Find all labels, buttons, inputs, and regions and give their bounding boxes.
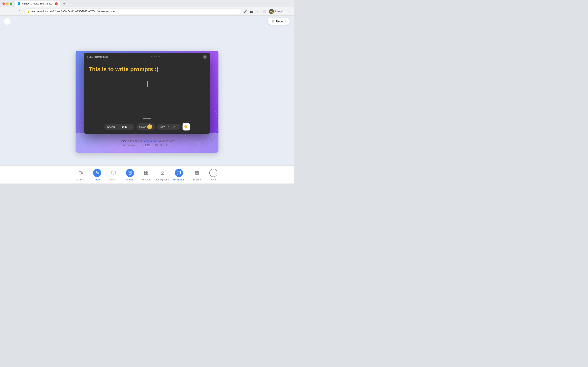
toolbar-item-themes[interactable]: Themes: [138, 168, 154, 182]
tab-close-button[interactable]: ×: [55, 2, 58, 5]
security-lock-icon: 🔒: [27, 10, 30, 13]
camera-icon: [77, 169, 85, 177]
background-label: Background: [156, 178, 169, 181]
screen-icon: [109, 169, 118, 177]
text-cursor: [147, 81, 148, 87]
toolbar-item-help[interactable]: ? Help: [205, 168, 222, 182]
drag-row-1: [151, 57, 155, 57]
color-toggle-button[interactable]: [147, 124, 152, 129]
modal-title: TELEPROMPTER: [87, 56, 108, 58]
help-label: Help: [211, 178, 216, 181]
back-navigation-button[interactable]: ‹: [2, 8, 8, 14]
menu-button[interactable]: ⋮: [287, 9, 292, 14]
upload-text-after: your file here: [158, 140, 174, 142]
settings-label: Settings: [192, 178, 201, 181]
upload-support-text: We support PPT, GSLIDES, PDF, KEYNOTE: [82, 144, 212, 147]
window-controls: [2, 2, 12, 5]
video-area: Select one above or drag & drop your fil…: [0, 20, 294, 184]
slides-label: Slides: [126, 178, 133, 181]
prompter-label: Prompter: [173, 178, 184, 181]
modal-close-button[interactable]: ✕: [203, 55, 207, 59]
toolbar-item-background[interactable]: Background: [154, 168, 171, 182]
new-tab-button[interactable]: +: [62, 1, 67, 6]
browser-toolbar: ‹ › ↻ 🔒 veed.io/workspaces/22ce6d2f-38c5…: [0, 7, 294, 16]
toolbar-item-prompter[interactable]: Prompter: [171, 168, 187, 182]
prompter-icon: [175, 169, 183, 177]
toolbar-item-settings[interactable]: Settings: [189, 168, 205, 182]
address-bar[interactable]: 🔒 veed.io/workspaces/22ce6d2f-38c5-4df1-…: [25, 8, 241, 14]
modal-content[interactable]: This is to write prompts :): [84, 61, 210, 118]
speed-decrease-button[interactable]: -: [119, 125, 121, 128]
extensions-button[interactable]: ⬜: [262, 9, 267, 14]
toolbar-item-audio[interactable]: Audio: [89, 168, 105, 182]
forward-navigation-button[interactable]: ›: [10, 8, 16, 14]
size-increase-button[interactable]: A+: [173, 125, 177, 128]
teleprompter-modal: TELEPROMPTER ✕: [84, 53, 210, 134]
record-dot-icon: [272, 20, 274, 23]
help-icon: ?: [209, 169, 217, 177]
theme-toggle-button[interactable]: ☀️: [182, 123, 190, 131]
size-control[interactable]: Size A- A+: [157, 124, 181, 130]
svg-rect-18: [146, 171, 148, 172]
window-close-button[interactable]: [2, 2, 5, 5]
color-control[interactable]: Color: [136, 123, 155, 131]
page-back-button[interactable]: ‹: [4, 18, 11, 25]
svg-rect-17: [144, 171, 146, 172]
main-content: ‹ Record: [0, 16, 294, 184]
settings-icon: [193, 169, 201, 177]
tab-title: VEED - Create, Edit & Sha...: [22, 2, 53, 5]
svg-point-22: [162, 172, 162, 173]
slides-icon: [126, 169, 134, 177]
microphone-button[interactable]: 🎤: [243, 9, 248, 14]
window-minimize-button[interactable]: [6, 2, 9, 5]
size-decrease-button[interactable]: A-: [167, 125, 171, 128]
speed-value: 2.0x: [122, 125, 127, 128]
toolbar-item-camera[interactable]: Camera: [73, 168, 89, 182]
modal-footer: Speed - - 2.0x + Color Size A-: [84, 121, 210, 134]
browser-chrome: V VEED - Create, Edit & Sha... × + ‹ › ↻…: [0, 0, 294, 16]
speed-control[interactable]: Speed - - 2.0x +: [104, 124, 134, 130]
url-text: veed.io/workspaces/22ce6d2f-38c5-4df1-a8…: [31, 10, 115, 13]
camera-off-button[interactable]: 📷: [249, 9, 254, 14]
svg-rect-9: [112, 171, 115, 174]
window-maximize-button[interactable]: [10, 2, 12, 5]
record-button[interactable]: Record: [268, 18, 290, 25]
reload-button[interactable]: ↻: [17, 8, 23, 14]
top-bar: ‹ Record: [0, 16, 294, 27]
prompt-text: This is to write prompts :): [89, 65, 205, 73]
upload-area[interactable]: Select one above or drag & drop your fil…: [76, 133, 218, 153]
drag-drop-link[interactable]: drag & drop: [144, 140, 158, 142]
svg-rect-20: [146, 173, 148, 174]
themes-label: Themes: [142, 178, 150, 181]
svg-rect-19: [144, 173, 146, 174]
svg-rect-6: [79, 171, 81, 174]
browser-toolbar-actions: 🎤 📷 ☆ ⬜ 🕵 Incognito ⋮: [243, 9, 292, 14]
tab-favicon: V: [17, 2, 20, 5]
record-label: Record: [276, 20, 286, 23]
toolbar-item-screen[interactable]: Screen: [105, 168, 122, 182]
back-arrow-icon: ‹: [7, 20, 8, 23]
background-icon: [158, 169, 167, 177]
color-label: Color: [139, 125, 146, 128]
toolbar-divider: [188, 169, 188, 181]
audio-icon: [93, 169, 101, 177]
incognito-profile-button[interactable]: 🕵 Incognito: [269, 9, 285, 14]
toolbar-item-slides[interactable]: Slides: [122, 168, 138, 182]
modal-drag-handle[interactable]: [151, 57, 160, 57]
upload-text-before: Select one above or: [120, 140, 144, 142]
incognito-label: Incognito: [275, 10, 285, 13]
screen-label: Screen: [109, 178, 117, 181]
camera-label: Camera: [76, 178, 85, 181]
browser-titlebar: V VEED - Create, Edit & Sha... × +: [0, 0, 294, 7]
bookmark-button[interactable]: ☆: [256, 9, 261, 14]
modal-scrollbar[interactable]: [143, 118, 151, 119]
upload-text: Select one above or drag & drop your fil…: [82, 140, 212, 142]
incognito-avatar: 🕵: [269, 9, 274, 14]
speed-increase-button[interactable]: +: [129, 125, 131, 128]
size-label: Size: [160, 125, 165, 128]
themes-icon: [142, 169, 150, 177]
speed-label: Speed: [107, 125, 115, 128]
modal-header: TELEPROMPTER ✕: [84, 53, 210, 61]
browser-tab[interactable]: V VEED - Create, Edit & Sha... ×: [15, 1, 60, 7]
drag-row-2: [156, 57, 160, 57]
